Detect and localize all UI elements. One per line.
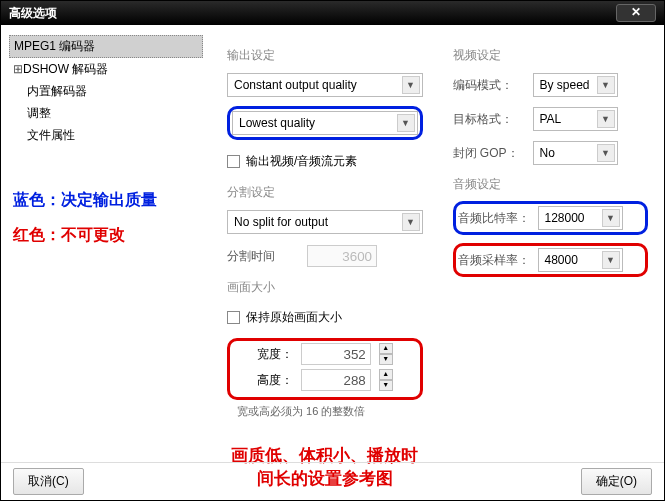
tree-item-fileprops[interactable]: 文件属性 <box>9 125 203 146</box>
sidebar: MPEG1 编码器 ⊞DSHOW 解码器 内置解码器 调整 文件属性 蓝色：决定… <box>1 25 211 460</box>
dialog-window: 高级选项 ✕ MPEG1 编码器 ⊞DSHOW 解码器 内置解码器 调整 文件属… <box>0 0 665 501</box>
chevron-down-icon: ▼ <box>402 76 420 94</box>
tree-item-builtin[interactable]: 内置解码器 <box>9 81 203 102</box>
samplerate-highlight: 音频采样率： 48000 ▼ <box>453 243 649 277</box>
target-format-label: 目标格式： <box>453 111 533 128</box>
height-input[interactable] <box>301 369 371 391</box>
stream-checkbox[interactable] <box>227 155 240 168</box>
bitrate-highlight: 音频比特率： 128000 ▼ <box>453 201 649 235</box>
size-section-title: 画面大小 <box>227 279 423 296</box>
chevron-down-icon: ▼ <box>602 251 620 269</box>
spin-up-icon[interactable]: ▲ <box>379 343 393 354</box>
main-panel: 输出设定 Constant output quality ▼ Lowest qu… <box>211 25 664 460</box>
width-input[interactable] <box>301 343 371 365</box>
footer: 取消(C) 确定(O) <box>1 462 664 500</box>
keep-size-checkbox[interactable] <box>227 311 240 324</box>
annotation-blue: 蓝色：决定输出质量 <box>9 186 203 215</box>
tree-item-dshow[interactable]: ⊞DSHOW 解码器 <box>9 59 203 80</box>
spin-up-icon[interactable]: ▲ <box>379 369 393 380</box>
target-format-select[interactable]: PAL ▼ <box>533 107 618 131</box>
size-highlight: 宽度： ▲ ▼ 高度： ▲ ▼ <box>227 338 423 400</box>
output-section-title: 输出设定 <box>227 47 423 64</box>
stream-label: 输出视频/音频流元素 <box>246 153 357 170</box>
tree-item-mpeg1[interactable]: MPEG1 编码器 <box>9 35 203 58</box>
height-label: 高度： <box>257 372 293 389</box>
chevron-down-icon: ▼ <box>597 76 615 94</box>
size-hint: 宽或高必须为 16 的整数倍 <box>237 404 423 419</box>
window-title: 高级选项 <box>9 5 616 22</box>
width-spinner[interactable]: ▲ ▼ <box>379 343 393 365</box>
encode-mode-label: 编码模式： <box>453 77 533 94</box>
expand-icon[interactable]: ⊞ <box>13 62 23 76</box>
cancel-button[interactable]: 取消(C) <box>13 468 84 495</box>
keep-size-label: 保持原始画面大小 <box>246 309 342 326</box>
split-mode-select[interactable]: No split for output ▼ <box>227 210 423 234</box>
chevron-down-icon: ▼ <box>597 144 615 162</box>
split-time-input <box>307 245 377 267</box>
right-column: 视频设定 编码模式： By speed ▼ 目标格式： PAL ▼ <box>453 37 649 452</box>
audio-section-title: 音频设定 <box>453 176 649 193</box>
output-mode-select[interactable]: Constant output quality ▼ <box>227 73 423 97</box>
encode-mode-select[interactable]: By speed ▼ <box>533 73 618 97</box>
samplerate-select[interactable]: 48000 ▼ <box>538 248 623 272</box>
width-label: 宽度： <box>257 346 293 363</box>
split-time-label: 分割时间 <box>227 248 307 265</box>
chevron-down-icon: ▼ <box>397 114 415 132</box>
left-column: 输出设定 Constant output quality ▼ Lowest qu… <box>227 37 423 452</box>
annotation-red: 红色：不可更改 <box>9 221 203 250</box>
height-spinner[interactable]: ▲ ▼ <box>379 369 393 391</box>
dialog-body: MPEG1 编码器 ⊞DSHOW 解码器 内置解码器 调整 文件属性 蓝色：决定… <box>1 25 664 460</box>
tree-item-adjust[interactable]: 调整 <box>9 103 203 124</box>
video-section-title: 视频设定 <box>453 47 649 64</box>
bitrate-select[interactable]: 128000 ▼ <box>538 206 623 230</box>
spin-down-icon[interactable]: ▼ <box>379 354 393 365</box>
split-section-title: 分割设定 <box>227 184 423 201</box>
output-quality-select[interactable]: Lowest quality ▼ <box>232 111 418 135</box>
titlebar: 高级选项 ✕ <box>1 1 664 25</box>
chevron-down-icon: ▼ <box>402 213 420 231</box>
chevron-down-icon: ▼ <box>602 209 620 227</box>
gop-select[interactable]: No ▼ <box>533 141 618 165</box>
quality-highlight: Lowest quality ▼ <box>227 106 423 140</box>
samplerate-label: 音频采样率： <box>458 252 538 269</box>
bitrate-label: 音频比特率： <box>458 210 538 227</box>
ok-button[interactable]: 确定(O) <box>581 468 652 495</box>
close-button[interactable]: ✕ <box>616 4 656 22</box>
gop-label: 封闭 GOP： <box>453 145 533 162</box>
chevron-down-icon: ▼ <box>597 110 615 128</box>
spin-down-icon[interactable]: ▼ <box>379 380 393 391</box>
